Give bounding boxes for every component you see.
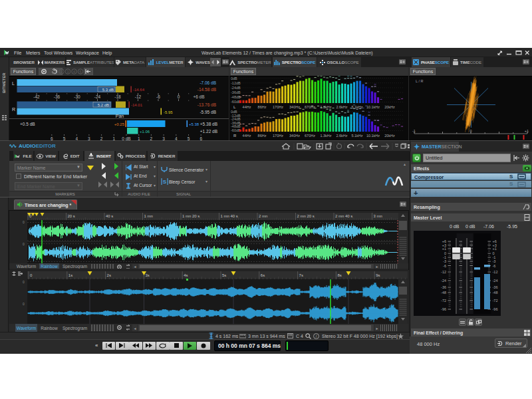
svg-text:2 mn 40 s: 2 mn 40 s [335, 214, 352, 218]
svg-text:-24: -24 [441, 279, 446, 283]
svg-text:6s: 6s [261, 273, 265, 277]
svg-text:-3: -3 [493, 259, 496, 263]
svg-text:-12: -12 [441, 270, 446, 274]
svg-text:-36dB: -36dB [231, 90, 241, 94]
svg-text:86Hz: 86Hz [258, 105, 267, 109]
svg-text:Pan: Pan [116, 114, 124, 118]
svg-text:L: L [12, 81, 15, 86]
svg-text:-36: -36 [493, 285, 498, 289]
svg-text:2.6kHz: 2.6kHz [336, 105, 347, 109]
svg-text:+1: +1 [442, 247, 446, 251]
svg-text:-5.95: -5.95 [164, 110, 173, 114]
svg-text:8s: 8s [337, 273, 341, 277]
svg-text:5.1kHz: 5.1kHz [351, 134, 362, 138]
svg-text:2s: 2s [107, 273, 111, 277]
svg-text:1 mn 20 s: 1 mn 20 s [182, 214, 200, 218]
svg-text:-48dB: -48dB [231, 95, 241, 99]
svg-text:10.1kHz: 10.1kHz [366, 105, 380, 109]
svg-text:20kHz: 20kHz [384, 105, 395, 109]
svg-text:-6: -6 [443, 264, 446, 268]
svg-text:-24dB: -24dB [231, 86, 241, 90]
svg-text:0dB: 0dB [231, 76, 237, 80]
svg-text:-3: -3 [443, 259, 446, 263]
svg-text:170Hz: 170Hz [273, 134, 283, 138]
svg-text:-14.64: -14.64 [133, 88, 145, 92]
svg-text:+5.38: +5.38 [189, 122, 200, 126]
svg-text:44Hz: 44Hz [243, 105, 251, 109]
svg-text:0: 0 [23, 302, 25, 306]
svg-text:-48: -48 [493, 291, 498, 295]
svg-text:170Hz: 170Hz [273, 105, 283, 109]
svg-text:2.6kHz: 2.6kHz [336, 134, 347, 138]
svg-text:R: R [233, 134, 237, 138]
svg-text:2: 2 [61, 70, 63, 74]
svg-text:670Hz: 670Hz [305, 105, 315, 109]
svg-text:-24: -24 [493, 279, 498, 283]
svg-text:-14.58 dB: -14.58 dB [198, 87, 216, 92]
svg-text:R: R [12, 107, 15, 112]
svg-text:340Hz: 340Hz [289, 105, 300, 109]
svg-text:-12: -12 [135, 94, 142, 99]
svg-text:44Hz: 44Hz [243, 134, 251, 138]
svg-text:+1.22 dB: +1.22 dB [200, 129, 217, 134]
svg-text:1 mn: 1 mn [144, 214, 153, 218]
svg-text:-30: -30 [74, 94, 80, 99]
svg-text:4s: 4s [184, 273, 188, 277]
svg-text:-48: -48 [441, 291, 446, 295]
svg-text:4: 4 [73, 70, 76, 74]
svg-text:+5.38 dB: +5.38 dB [200, 122, 217, 126]
svg-text:670Hz: 670Hz [305, 134, 315, 138]
svg-text:-72: -72 [441, 299, 446, 303]
svg-text:1.3kHz: 1.3kHz [320, 105, 331, 109]
svg-text:1.3kHz: 1.3kHz [320, 134, 331, 138]
svg-text:-96: -96 [441, 307, 446, 311]
svg-text:-14.01: -14.01 [131, 103, 143, 107]
svg-text:0: 0 [23, 220, 25, 224]
svg-text:5.3 dB: 5.3 dB [102, 88, 114, 92]
svg-text:0: 0 [469, 129, 471, 133]
svg-text:-7.06 dB: -7.06 dB [200, 80, 216, 85]
svg-text:86Hz: 86Hz [258, 134, 267, 138]
svg-text:-36: -36 [54, 94, 61, 99]
svg-text:20kHz: 20kHz [384, 134, 395, 138]
svg-text:0: 0 [23, 280, 25, 284]
svg-text:1: 1 [54, 70, 57, 74]
svg-text:+1: +1 [493, 247, 497, 251]
svg-text:+6 dB: +6 dB [193, 94, 204, 99]
svg-text:-60dB: -60dB [231, 100, 241, 104]
svg-text:2 mn 20 s: 2 mn 20 s [297, 214, 315, 218]
svg-text:-24: -24 [94, 94, 101, 99]
svg-text:1 mn 40 s: 1 mn 40 s [221, 214, 238, 218]
svg-text:L: L [233, 105, 236, 109]
svg-text:3: 3 [66, 70, 69, 74]
svg-text:-12: -12 [493, 270, 498, 274]
svg-text:10.1kHz: 10.1kHz [366, 134, 380, 138]
svg-text:1s: 1s [68, 273, 72, 277]
svg-text:-5.95 dB: -5.95 dB [200, 110, 216, 114]
svg-text:0: 0 [23, 242, 25, 246]
svg-text:-13.76 dB: -13.76 dB [198, 102, 216, 107]
svg-text:3s: 3s [145, 273, 149, 277]
svg-text:+0.25: +0.25 [114, 122, 125, 126]
svg-text:-72: -72 [493, 299, 498, 303]
svg-text:i: i [316, 334, 317, 338]
svg-text:-18: -18 [114, 94, 121, 99]
svg-text:+1: +1 [525, 129, 529, 133]
svg-text:40 s: 40 s [106, 214, 113, 218]
svg-text:340Hz: 340Hz [289, 134, 300, 138]
svg-text:-96: -96 [493, 307, 498, 311]
svg-text:-12dB: -12dB [231, 81, 241, 85]
svg-text:-6: -6 [156, 94, 160, 99]
svg-text:3 mn: 3 mn [374, 214, 382, 218]
svg-text:9s: 9s [376, 273, 380, 277]
svg-text:2 mn: 2 mn [259, 214, 267, 218]
svg-text:-36: -36 [441, 285, 446, 289]
svg-text:-42: -42 [33, 94, 40, 99]
svg-text:L / R: L / R [416, 79, 423, 83]
svg-text:0: 0 [178, 94, 180, 99]
svg-text:S: S [163, 179, 167, 185]
svg-text:+0.5 dB: +0.5 dB [20, 122, 35, 126]
svg-text:5: 5 [79, 70, 82, 74]
svg-text:-1: -1 [412, 129, 416, 133]
svg-text:5.2 dB: 5.2 dB [98, 103, 109, 107]
